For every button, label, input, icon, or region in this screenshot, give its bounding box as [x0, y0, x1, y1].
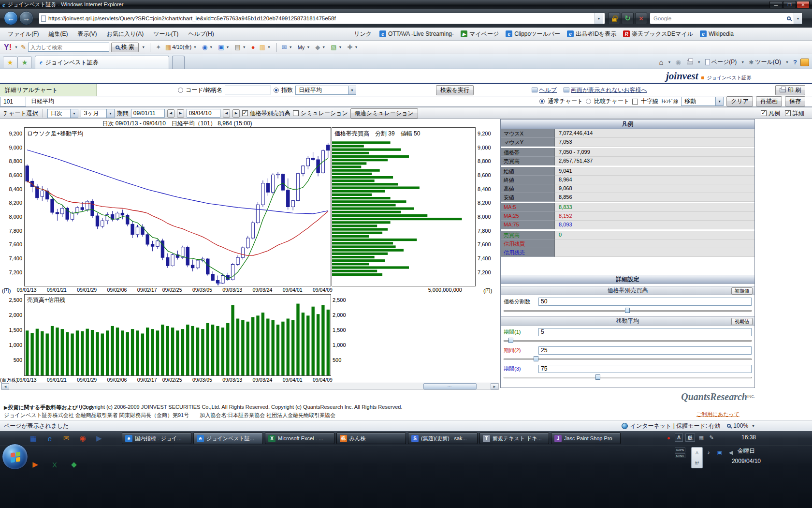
search-engine-text[interactable]: Google	[653, 15, 784, 21]
yahoo-search-button[interactable]: 検 索	[111, 43, 139, 52]
chevron-down-icon[interactable]	[192, 45, 198, 49]
menu-item[interactable]: 編集(E)	[44, 29, 72, 40]
tools-menu-button[interactable]: ツール(O)	[746, 57, 783, 67]
volume-icon[interactable]: ♪	[705, 448, 712, 456]
scroll-right-button[interactable]	[491, 383, 498, 389]
photo-icon[interactable]: ▧	[329, 44, 344, 51]
forward-button[interactable]	[19, 11, 33, 25]
menu-item[interactable]: 表示(V)	[72, 29, 102, 40]
ime-mode-general[interactable]: 般	[685, 433, 695, 442]
calendar-icon[interactable]: ▦4/10(金)	[164, 43, 199, 51]
home-button[interactable]	[656, 57, 666, 67]
price-split-slider[interactable]	[504, 308, 752, 314]
show-desktop-icon[interactable]: ▦	[27, 432, 40, 445]
window-titlebar[interactable]: e ジョインベスト証券 - Windows Internet Explorer	[0, 0, 812, 9]
app-quicklaunch-icon[interactable]: ◆	[68, 458, 80, 471]
address-input[interactable]: https://joinvest.qri.jp/servlets/Query?S…	[39, 13, 605, 24]
globe-icon[interactable]: ◉	[201, 44, 215, 51]
tab-joinvest[interactable]: e ジョインベスト証券	[35, 56, 169, 69]
tray-date[interactable]: 2009/04/10	[732, 458, 761, 464]
home-dropdown[interactable]	[667, 60, 672, 64]
tools-menu-dropdown[interactable]	[784, 60, 790, 64]
links-bar-item[interactable]: eOTTAVA -Live Streaming-	[377, 30, 457, 38]
chevron-down-icon[interactable]	[225, 45, 231, 49]
menu-item[interactable]: ヘルプ(H)	[183, 29, 219, 40]
period-slider[interactable]	[504, 356, 752, 362]
chevron-down-icon[interactable]	[242, 45, 247, 49]
taskbar-button[interactable]: JJasc Paint Shop Pro	[551, 433, 621, 444]
ime-mode-direct[interactable]: A	[675, 433, 683, 442]
period-slider[interactable]	[504, 374, 752, 380]
addon-button[interactable]	[800, 59, 809, 66]
tray-clock[interactable]: 16:38	[741, 434, 756, 441]
period-input[interactable]: 25	[538, 346, 752, 355]
links-bar-item[interactable]: e出品者IDを表示	[564, 29, 619, 39]
horizontal-scrollbar[interactable]	[1, 383, 499, 390]
minimize-button[interactable]	[769, 1, 783, 8]
address-dropdown-button[interactable]	[594, 13, 603, 24]
start-button[interactable]	[2, 444, 28, 470]
player-quicklaunch-icon[interactable]: ▶	[29, 458, 42, 471]
chevron-down-icon[interactable]	[266, 45, 272, 49]
back-button[interactable]	[4, 11, 18, 25]
menu-item[interactable]: ツール(T)	[148, 29, 183, 40]
url-text[interactable]: https://joinvest.qri.jp/servlets/Query?S…	[48, 15, 592, 21]
excel-quicklaunch-icon[interactable]: X	[48, 458, 61, 471]
tray-collapse-icon[interactable]: ◀	[727, 448, 735, 456]
print-dropdown[interactable]	[696, 60, 702, 64]
taskbar-button[interactable]: XMicrosoft Excel - ...	[265, 433, 334, 444]
browser-quicklaunch-icon[interactable]: ◉	[76, 432, 89, 445]
media-quicklaunch-icon[interactable]: ▶	[93, 432, 105, 445]
mail-icon[interactable]: ✉	[280, 44, 295, 51]
add-favorite-button[interactable]	[17, 56, 32, 68]
search-icon[interactable]	[787, 16, 791, 20]
briefcase-icon[interactable]: ▤	[233, 44, 248, 51]
search-box[interactable]: Google	[650, 13, 802, 24]
links-bar-item[interactable]: ▶マイページ	[458, 29, 502, 39]
scrollbar-track[interactable]	[9, 383, 491, 389]
chevron-down-icon[interactable]	[338, 45, 343, 49]
menu-item[interactable]: ファイル(F)	[3, 29, 44, 40]
risk-disclosure-link[interactable]: ▶投資に関する手数料等およびリスク	[4, 404, 94, 411]
wrench-icon[interactable]: ✦	[154, 44, 162, 51]
taskbar-button[interactable]: e国内指標 - ジョイ...	[122, 433, 191, 444]
print-toolbar-button[interactable]	[684, 59, 696, 65]
taskbar-button[interactable]: eジョインベスト証...	[193, 433, 263, 444]
my-menu[interactable]: My	[296, 44, 313, 51]
links-bar-item[interactable]: eWikipedia	[697, 30, 737, 38]
maximize-button[interactable]	[783, 1, 796, 8]
package-icon[interactable]: ▥	[258, 44, 273, 51]
close-button[interactable]	[797, 1, 810, 8]
price-split-input[interactable]: 50	[538, 298, 752, 306]
yahoo-search-input[interactable]	[28, 43, 109, 52]
yahoo-logo[interactable]: Y!	[4, 43, 12, 52]
chevron-down-icon[interactable]	[321, 45, 326, 49]
yahoo-logo-dropdown[interactable]	[14, 45, 19, 49]
pencil-icon[interactable]	[21, 44, 26, 51]
slider-thumb[interactable]	[534, 356, 538, 361]
language-bar[interactable]: A ｶﾅ	[691, 447, 703, 468]
zoom-dropdown[interactable]	[751, 424, 756, 428]
toolbox-icon[interactable]: ✚	[346, 44, 360, 51]
pv-default-button[interactable]: 初期値	[731, 287, 753, 295]
slider-thumb[interactable]	[595, 374, 600, 380]
period-input[interactable]: 5	[538, 328, 752, 336]
refresh-button[interactable]: ↻	[622, 13, 634, 24]
tag-icon[interactable]: ◆	[314, 44, 328, 51]
slider-thumb[interactable]	[508, 338, 513, 343]
period-input[interactable]: 75	[538, 365, 752, 373]
search-dropdown-button[interactable]	[794, 13, 802, 24]
taskbar-button[interactable]: S(無題)(更新) - sak...	[408, 433, 478, 444]
ma-default-button[interactable]: 初期値	[731, 318, 753, 325]
scrollbar-thumb[interactable]	[423, 383, 477, 389]
page-menu-button[interactable]: ページ(P)	[703, 57, 740, 67]
apps-icon[interactable]: ▣	[217, 44, 232, 51]
chevron-down-icon[interactable]	[353, 45, 359, 49]
yahoo-search-options-dropdown[interactable]	[141, 45, 146, 49]
chevron-down-icon[interactable]	[288, 45, 293, 49]
taskbar-button[interactable]: 株みん株	[336, 433, 406, 444]
security-alert-icon[interactable]: ●	[665, 434, 672, 442]
mail-quicklaunch-icon[interactable]: ✉	[60, 432, 72, 445]
menu-item[interactable]: お気に入り(A)	[102, 29, 148, 40]
scroll-left-button[interactable]	[1, 383, 9, 389]
